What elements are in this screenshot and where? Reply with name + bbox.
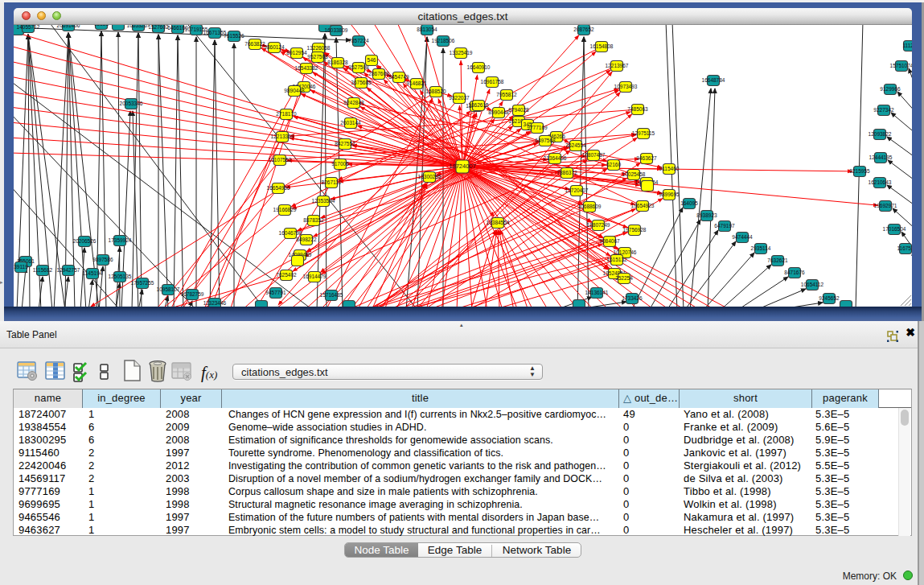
svg-text:6794028: 6794028 xyxy=(508,107,529,113)
svg-text:18383: 18383 xyxy=(94,25,109,27)
svg-text:9146821: 9146821 xyxy=(406,80,427,86)
svg-text:9474444: 9474444 xyxy=(732,234,753,240)
svg-text:8912954: 8912954 xyxy=(286,50,307,56)
svg-text:11123: 11123 xyxy=(902,43,912,48)
svg-text:13226058: 13226058 xyxy=(307,45,331,51)
svg-text:16654966: 16654966 xyxy=(267,185,290,191)
svg-text:7886372: 7886372 xyxy=(556,170,577,175)
svg-text:8498222: 8498222 xyxy=(296,237,317,242)
svg-text:8990448: 8990448 xyxy=(488,109,509,115)
svg-text:2603144: 2603144 xyxy=(340,120,361,126)
svg-text:16640910: 16640910 xyxy=(467,64,491,70)
svg-text:10653267: 10653267 xyxy=(127,25,150,28)
svg-text:16961758: 16961758 xyxy=(481,79,504,84)
svg-text:12444195: 12444195 xyxy=(869,154,893,160)
svg-text:10958107: 10958107 xyxy=(157,286,180,292)
svg-text:13325419: 13325419 xyxy=(450,50,473,56)
svg-text:116753: 116753 xyxy=(897,245,912,251)
svg-text:8454749: 8454749 xyxy=(388,74,409,80)
svg-text:9777169: 9777169 xyxy=(527,125,548,130)
svg-text:19756928: 19756928 xyxy=(623,227,647,233)
svg-text:62160: 62160 xyxy=(606,162,621,167)
svg-text:10973493: 10973493 xyxy=(614,84,638,89)
svg-text:10807487: 10807487 xyxy=(582,152,606,158)
svg-text:18807249: 18807249 xyxy=(587,222,610,228)
svg-text:12093822: 12093822 xyxy=(869,131,892,137)
svg-text:19218506: 19218506 xyxy=(432,38,455,43)
svg-text:16543382: 16543382 xyxy=(295,65,318,71)
svg-text:8215955: 8215955 xyxy=(849,168,870,174)
svg-text:16107552: 16107552 xyxy=(269,157,292,163)
svg-text:20206526: 20206526 xyxy=(73,238,97,244)
svg-text:546: 546 xyxy=(368,57,376,63)
svg-text:19384554: 19384554 xyxy=(487,220,510,225)
svg-text:18724007: 18724007 xyxy=(449,163,475,170)
svg-text:11323446: 11323446 xyxy=(203,300,227,306)
svg-text:21364436: 21364436 xyxy=(544,155,567,161)
svg-text:7955812: 7955812 xyxy=(496,92,517,97)
svg-text:917006: 917006 xyxy=(331,161,349,167)
svg-text:39119: 39119 xyxy=(14,264,28,270)
svg-text:17957255: 17957255 xyxy=(131,280,154,286)
svg-text:9457791: 9457791 xyxy=(265,290,286,295)
svg-text:12353594: 12353594 xyxy=(312,198,335,204)
svg-text:1615132: 1615132 xyxy=(606,257,627,262)
svg-text:9322037: 9322037 xyxy=(449,95,470,101)
svg-text:9115460: 9115460 xyxy=(659,166,680,171)
svg-text:3624554: 3624554 xyxy=(565,142,586,148)
svg-text:9527508: 9527508 xyxy=(348,64,369,70)
svg-text:8813054: 8813054 xyxy=(417,27,437,32)
svg-text:1115682: 1115682 xyxy=(33,267,53,273)
svg-text:14136141: 14136141 xyxy=(585,290,609,295)
svg-text:15720407: 15720407 xyxy=(565,187,589,193)
svg-text:8427552: 8427552 xyxy=(335,141,355,146)
svg-text:9527503: 9527503 xyxy=(307,54,328,60)
svg-text:20691406: 20691406 xyxy=(57,25,80,28)
svg-text:1362615: 1362615 xyxy=(468,102,489,108)
svg-text:3675685: 3675685 xyxy=(351,80,372,85)
svg-text:16046798: 16046798 xyxy=(279,230,302,236)
svg-text:12975115: 12975115 xyxy=(632,130,655,136)
svg-text:2935114: 2935114 xyxy=(751,245,771,251)
svg-text:15716485: 15716485 xyxy=(320,292,343,298)
svg-text:2087652: 2087652 xyxy=(573,27,594,32)
svg-text:18300295: 18300295 xyxy=(418,174,441,179)
svg-text:9129966: 9129966 xyxy=(880,86,901,92)
svg-text:17016504: 17016504 xyxy=(883,226,906,232)
svg-text:164095: 164095 xyxy=(680,200,698,206)
svg-text:8186328: 8186328 xyxy=(327,60,348,65)
svg-text:12505135: 12505135 xyxy=(109,274,132,279)
svg-text:6479197: 6479197 xyxy=(714,223,735,229)
svg-text:7485063: 7485063 xyxy=(627,106,648,112)
svg-text:16782759: 16782759 xyxy=(181,291,204,297)
svg-text:9463627: 9463627 xyxy=(636,155,657,161)
svg-text:9899695: 9899695 xyxy=(659,192,680,197)
svg-text:9890448: 9890448 xyxy=(284,88,305,93)
svg-text:9084067: 9084067 xyxy=(599,238,620,244)
svg-text:2867608: 2867608 xyxy=(368,71,389,76)
svg-text:9245652: 9245652 xyxy=(819,295,840,301)
svg-text:1527602: 1527602 xyxy=(148,25,169,30)
svg-text:7663822: 7663822 xyxy=(244,41,265,47)
svg-text:12213369: 12213369 xyxy=(271,134,294,139)
svg-text:1145194: 1145194 xyxy=(83,270,103,276)
svg-text:10688609: 10688609 xyxy=(578,204,602,209)
svg-text:7632621: 7632621 xyxy=(767,257,788,263)
svg-text:1588520: 1588520 xyxy=(425,89,446,94)
svg-text:1733426: 1733426 xyxy=(622,295,643,301)
svg-text:19654923: 19654923 xyxy=(631,203,655,208)
svg-text:16648784: 16648784 xyxy=(702,77,725,83)
svg-text:6497568: 6497568 xyxy=(535,138,556,143)
svg-text:252254: 252254 xyxy=(615,275,633,281)
svg-text:9860124: 9860124 xyxy=(264,44,285,50)
svg-text:19692971: 19692971 xyxy=(874,203,897,208)
svg-text:19166829: 19166829 xyxy=(273,207,297,212)
svg-text:7625402: 7625402 xyxy=(276,272,297,278)
svg-text:20053346: 20053346 xyxy=(120,101,143,106)
svg-text:14055712: 14055712 xyxy=(17,25,40,30)
svg-text:7857224: 7857224 xyxy=(348,38,369,43)
svg-text:8878352: 8878352 xyxy=(303,217,324,223)
svg-text:7515526: 7515526 xyxy=(224,33,244,39)
svg-text:9227342: 9227342 xyxy=(873,107,894,113)
svg-text:12942757: 12942757 xyxy=(57,267,80,273)
